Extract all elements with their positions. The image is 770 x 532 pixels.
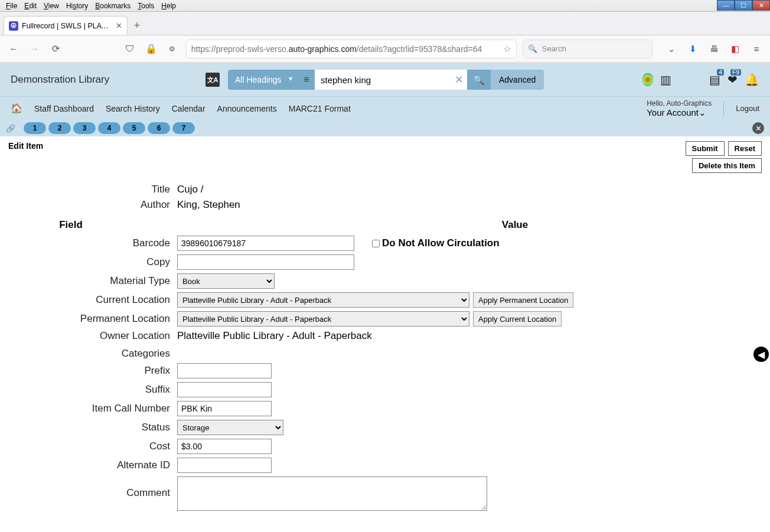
menu-help[interactable]: Help xyxy=(158,1,180,11)
menu-view[interactable]: View xyxy=(40,1,63,11)
browser-tab[interactable]: ⦿ Fullrecord | SWLS | PLATT | Autc ✕ xyxy=(4,16,128,35)
nav-announcements[interactable]: Announcements xyxy=(217,104,277,113)
prefix-input[interactable] xyxy=(177,363,272,378)
tab-close-icon[interactable]: ✕ xyxy=(116,21,122,30)
database-icon[interactable]: ≡ xyxy=(298,70,315,90)
bookmark-star-icon[interactable]: ☆ xyxy=(503,43,511,54)
curloc-select[interactable]: Platteville Public Library - Adult - Pap… xyxy=(177,292,469,308)
menu-file[interactable]: File xyxy=(2,1,21,11)
search-icon: 🔍 xyxy=(528,44,537,53)
clear-search-icon[interactable]: ✕ xyxy=(451,70,467,90)
hamburger-icon[interactable]: ≡ xyxy=(749,41,764,57)
menu-tools[interactable]: Tools xyxy=(134,1,158,11)
catalog-search-input[interactable] xyxy=(315,70,451,90)
suffix-input[interactable] xyxy=(177,382,272,397)
status-select[interactable]: Storage xyxy=(177,420,283,435)
cost-input[interactable] xyxy=(177,439,272,454)
curloc-label: Current Location xyxy=(18,294,177,306)
breadcrumb-bar: 🔗 1 2 3 4 5 6 7 ✕ xyxy=(0,120,770,136)
permissions-icon[interactable]: ⚙ xyxy=(165,41,180,57)
downloads-icon[interactable]: ⬇ xyxy=(686,41,701,57)
nav-staff-dashboard[interactable]: Staff Dashboard xyxy=(34,104,94,113)
window-minimize-button[interactable]: — xyxy=(717,0,735,11)
balloon-icon[interactable] xyxy=(642,73,653,86)
crumb-3[interactable]: 3 xyxy=(73,122,96,134)
menu-bookmarks[interactable]: Bookmarks xyxy=(92,1,134,11)
heart-icon[interactable]: ❤F9 xyxy=(727,73,738,87)
comment-textarea[interactable] xyxy=(177,476,487,511)
search-group: 文A All Headings ≡ ✕ 🔍 Advanced xyxy=(205,70,544,90)
hello-text: Hello, Auto-Graphics xyxy=(647,99,712,107)
title-value: Cujo / xyxy=(177,184,203,195)
crumb-1[interactable]: 1 xyxy=(24,122,46,134)
calln-input[interactable] xyxy=(177,401,272,416)
copy-input[interactable] xyxy=(177,254,354,270)
reload-button[interactable]: ⟳ xyxy=(48,41,64,57)
crumb-5[interactable]: 5 xyxy=(123,122,145,134)
crumb-4[interactable]: 4 xyxy=(98,122,120,134)
suffix-label: Suffix xyxy=(18,384,177,396)
apply-permanent-button[interactable]: Apply Permanent Location xyxy=(473,292,573,308)
nav-calendar[interactable]: Calendar xyxy=(172,104,205,113)
browser-urlbar: ← → ⟳ 🛡 🔒 ⚙ https://preprod-swls-verso.a… xyxy=(0,35,770,63)
title-label: Title xyxy=(18,184,177,195)
home-icon[interactable]: 🏠 xyxy=(11,103,22,114)
collapse-panel-icon[interactable]: ◀ xyxy=(753,347,769,362)
browser-search-box[interactable]: 🔍 Search xyxy=(523,40,652,58)
window-maximize-button[interactable]: ☐ xyxy=(735,0,752,11)
nav-search-history[interactable]: Search History xyxy=(106,104,160,113)
headings-select[interactable]: All Headings xyxy=(228,70,298,90)
app-header: Demonstration Library 文A All Headings ≡ … xyxy=(0,63,770,96)
search-button[interactable]: 🔍 xyxy=(467,70,491,90)
delete-item-button[interactable]: Delete this Item xyxy=(692,158,762,173)
copy-label: Copy xyxy=(18,256,177,268)
field-header: Field xyxy=(18,219,177,231)
comment-label: Comment xyxy=(18,476,177,499)
pocket-icon[interactable]: ⌄ xyxy=(664,41,680,57)
menu-history[interactable]: History xyxy=(63,1,92,11)
submit-button[interactable]: Submit xyxy=(686,141,725,156)
link-icon[interactable]: 🔗 xyxy=(6,124,15,133)
advanced-search-button[interactable]: Advanced xyxy=(491,70,544,90)
no-circ-label: Do Not Allow Circulation xyxy=(382,237,500,249)
apply-current-button[interactable]: Apply Current Location xyxy=(473,311,562,327)
nav-row: 🏠 Staff Dashboard Search History Calenda… xyxy=(0,96,770,120)
scan-icon[interactable]: ▥ xyxy=(660,73,671,87)
cost-label: Cost xyxy=(18,440,177,452)
reset-button[interactable]: Reset xyxy=(728,141,762,156)
shield-icon[interactable]: 🛡 xyxy=(122,41,138,57)
url-text: https://preprod-swls-verso.auto-graphics… xyxy=(191,44,500,54)
material-select[interactable]: Book xyxy=(177,273,275,289)
crumb-7[interactable]: 7 xyxy=(172,122,195,134)
page-title: Edit Item xyxy=(8,141,43,151)
altid-input[interactable] xyxy=(177,458,272,473)
crumb-2[interactable]: 2 xyxy=(48,122,71,134)
browser-menubar: File Edit View History Bookmarks Tools H… xyxy=(0,0,770,12)
crumb-6[interactable]: 6 xyxy=(148,122,170,134)
your-account-link[interactable]: Your Account⌄ xyxy=(647,107,712,118)
window-close-button[interactable]: ✕ xyxy=(752,0,770,11)
search-placeholder: Search xyxy=(542,44,566,53)
bell-icon[interactable]: 🔔 xyxy=(745,73,759,87)
action-row: Edit Item Submit Reset Delete this Item xyxy=(0,136,770,178)
barcode-input[interactable] xyxy=(177,236,354,251)
no-circ-checkbox[interactable] xyxy=(372,240,380,247)
address-bar[interactable]: https://preprod-swls-verso.auto-graphics… xyxy=(186,40,517,58)
new-tab-button[interactable]: + xyxy=(128,16,146,35)
status-label: Status xyxy=(18,422,177,433)
value-header: Value xyxy=(177,219,752,231)
translate-icon[interactable]: 文A xyxy=(205,73,220,87)
barcode-label: Barcode xyxy=(18,237,177,249)
print-icon[interactable]: 🖶 xyxy=(706,41,722,57)
forward-button[interactable]: → xyxy=(27,41,43,57)
page-content: Demonstration Library 文A All Headings ≡ … xyxy=(0,63,770,532)
nav-marc21[interactable]: MARC21 Format xyxy=(289,104,351,113)
menu-edit[interactable]: Edit xyxy=(21,1,40,11)
form-scroll-area[interactable]: TitleCujo / AuthorKing, Stephen FieldVal… xyxy=(0,178,770,526)
extension-icon[interactable]: ◧ xyxy=(727,41,743,57)
logout-link[interactable]: Logout xyxy=(736,104,759,113)
list-icon[interactable]: ▤4 xyxy=(709,73,720,87)
permloc-select[interactable]: Platteville Public Library - Adult - Pap… xyxy=(177,311,469,327)
back-button[interactable]: ← xyxy=(6,41,21,57)
close-crumbs-icon[interactable]: ✕ xyxy=(752,122,764,134)
